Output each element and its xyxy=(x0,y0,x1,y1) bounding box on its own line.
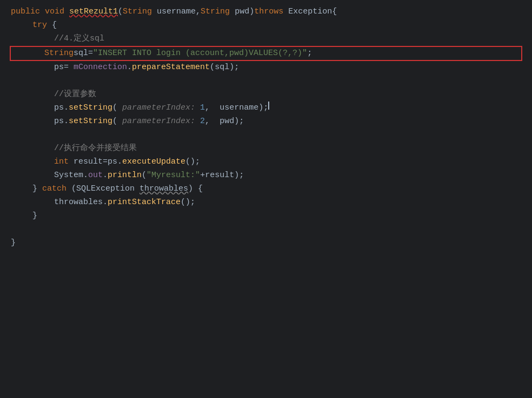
comment-2: //设置参数 xyxy=(54,88,96,101)
keyword-public: public xyxy=(11,5,45,18)
highlighted-code-line: String sql = "INSERT INTO login (account… xyxy=(10,46,522,61)
code-line-11: //执行命令并接受结果 xyxy=(0,142,532,156)
code-line-empty2 xyxy=(0,129,532,142)
method-setrezult1: setRezult1 xyxy=(69,5,118,18)
code-line-1: public void setRezult1(String username,S… xyxy=(0,5,532,19)
code-line-12: int result=ps.executeUpdate(); xyxy=(0,156,532,169)
code-line-5: ps= mConnection.prepareStatement(sql); xyxy=(0,61,532,75)
code-line-18: } xyxy=(0,237,532,250)
comment-1: //4.定义sql xyxy=(54,32,104,45)
code-line-empty1 xyxy=(0,75,532,88)
comment-3: //执行命令并接受结果 xyxy=(54,142,137,155)
code-line-14: } catch (SQLException throwables) { xyxy=(0,183,532,196)
code-line-empty4 xyxy=(0,250,532,264)
text-cursor xyxy=(268,102,269,110)
code-line-13: System.out.println("Myresult:"+result); xyxy=(0,169,532,183)
code-editor: public void setRezult1(String username,S… xyxy=(0,0,532,398)
code-line-8: ps.setString( parameterIndex: 1, usernam… xyxy=(0,102,532,115)
code-line-empty5 xyxy=(0,264,532,277)
code-line-3: //4.定义sql xyxy=(0,32,532,46)
code-line-16: } xyxy=(0,210,532,223)
code-line-7: //设置参数 xyxy=(0,88,532,102)
code-line-empty3 xyxy=(0,223,532,237)
string-sql: "INSERT INTO login (account,pwd)VALUES(?… xyxy=(93,47,307,60)
keyword-void: void xyxy=(45,5,69,18)
code-line-9: ps.setString( parameterIndex: 2, pwd); xyxy=(0,115,532,129)
code-line-15: throwables.printStackTrace(); xyxy=(0,196,532,210)
code-line-2: try { xyxy=(0,19,532,32)
